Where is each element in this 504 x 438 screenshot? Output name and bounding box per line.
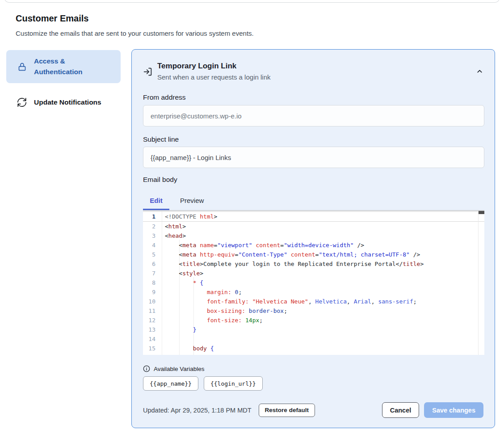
code-text: background-color: #f9fafb;	[155, 353, 298, 355]
code-line[interactable]: 8 * {	[143, 278, 484, 287]
variable-chip-app-name[interactable]: {{app_name}}	[143, 376, 198, 391]
code-text: <style>	[155, 269, 203, 278]
updated-timestamp: Updated: Apr 29, 2025, 1:18 PM MDT	[143, 407, 252, 414]
code-lines: 1<!DOCTYPE html>2<html>3<head>4 <meta na…	[143, 211, 484, 355]
tab-preview[interactable]: Preview	[169, 194, 214, 210]
variable-chip-login-url[interactable]: {{login_url}}	[204, 376, 263, 391]
previous-card-bottom-edge	[4, 0, 500, 3]
code-text: <meta name="viewport" content="width=dev…	[155, 240, 364, 250]
email-body-label: Email body	[143, 176, 177, 184]
restore-default-button[interactable]: Restore default	[259, 404, 315, 417]
code-text: margin: 0;	[155, 287, 242, 297]
code-text: <html>	[155, 222, 186, 231]
line-number: 8	[143, 278, 155, 287]
sidebar-item-label: Update Notifications	[34, 97, 101, 108]
email-body-tabs: Edit Preview	[143, 194, 214, 210]
code-editor[interactable]: 1<!DOCTYPE html>2<html>3<head>4 <meta na…	[143, 210, 484, 355]
code-text: font-size: 14px;	[155, 316, 263, 325]
tab-edit-label: Edit	[150, 197, 162, 204]
code-text: box-sizing: border-box;	[155, 306, 287, 316]
code-line[interactable]: 5 <meta http-equiv="Content-Type" conten…	[143, 250, 484, 259]
tab-edit[interactable]: Edit	[143, 194, 169, 210]
code-text: <meta http-equiv="Content-Type" content=…	[155, 250, 420, 259]
code-line[interactable]: 1<!DOCTYPE html>	[143, 211, 484, 222]
line-number: 1	[143, 212, 155, 221]
code-text: font-family: "Helvetica Neue", Helvetica…	[155, 297, 417, 306]
code-text: <head>	[155, 231, 186, 240]
chevron-up-icon	[476, 67, 483, 77]
line-number: 12	[143, 316, 155, 325]
from-address-input[interactable]	[143, 105, 484, 126]
code-line[interactable]: 12 font-size: 14px;	[143, 316, 484, 325]
code-line[interactable]: 15 body {	[143, 344, 484, 353]
code-line[interactable]: 6 <title>Complete your login to the Repl…	[143, 259, 484, 269]
sidebar-item-access-authentication[interactable]: Access & Authentication	[6, 50, 121, 83]
login-icon	[143, 67, 152, 76]
available-variables-label: Available Variables	[154, 366, 205, 372]
email-settings-card: Temporary Login Link Sent when a user re…	[131, 49, 495, 428]
line-number: 16	[143, 353, 155, 355]
from-address-label: From address	[143, 93, 186, 101]
line-number: 6	[143, 259, 155, 269]
line-number: 10	[143, 297, 155, 306]
page-subtitle: Customize the emails that are sent to yo…	[16, 29, 254, 37]
collapse-panel-button[interactable]	[474, 67, 485, 77]
scrollbar-thumb[interactable]	[479, 211, 484, 214]
code-line[interactable]: 4 <meta name="viewport" content="width=d…	[143, 240, 484, 250]
line-number: 5	[143, 250, 155, 259]
line-number: 13	[143, 325, 155, 334]
lock-icon	[17, 62, 27, 72]
code-line[interactable]: 3<head>	[143, 231, 484, 240]
line-number: 9	[143, 287, 155, 297]
sidebar-item-update-notifications[interactable]: Update Notifications	[6, 92, 121, 113]
code-text: }	[155, 325, 196, 334]
panel-title: Temporary Login Link	[157, 62, 236, 71]
code-line[interactable]: 13 }	[143, 325, 484, 334]
code-line[interactable]: 14	[143, 334, 484, 344]
code-line[interactable]: 16 background-color: #f9fafb;	[143, 353, 484, 355]
save-changes-button[interactable]: Save changes	[424, 402, 483, 418]
panel-subtitle: Sent when a user requests a login link	[157, 73, 270, 81]
code-text: <!DOCTYPE html>	[155, 212, 217, 221]
subject-line-label: Subject line	[143, 135, 179, 143]
line-number: 3	[143, 231, 155, 240]
tab-preview-label: Preview	[180, 197, 204, 204]
sidebar-item-label: Access & Authentication	[34, 56, 92, 77]
line-number: 2	[143, 222, 155, 231]
code-line[interactable]: 9 margin: 0;	[143, 287, 484, 297]
cancel-button[interactable]: Cancel	[382, 402, 420, 418]
scrollbar-track	[478, 211, 479, 355]
code-text: * {	[155, 278, 203, 287]
page-title: Customer Emails	[16, 13, 88, 24]
code-text: body {	[155, 344, 214, 353]
line-number: 15	[143, 344, 155, 353]
line-number: 14	[143, 334, 155, 344]
code-text	[155, 334, 165, 344]
code-line[interactable]: 10 font-family: "Helvetica Neue", Helvet…	[143, 297, 484, 306]
code-line[interactable]: 11 box-sizing: border-box;	[143, 306, 484, 316]
code-line[interactable]: 7 <style>	[143, 269, 484, 278]
info-icon	[143, 365, 150, 372]
line-number: 11	[143, 306, 155, 316]
line-number: 7	[143, 269, 155, 278]
available-variables-row: Available Variables	[143, 365, 205, 372]
variable-chips: {{app_name}} {{login_url}}	[143, 376, 263, 391]
code-text: <title>Complete your login to the Replic…	[155, 259, 424, 269]
line-number: 4	[143, 240, 155, 250]
code-line[interactable]: 2<html>	[143, 222, 484, 231]
subject-line-input[interactable]	[143, 147, 484, 168]
refresh-icon	[17, 97, 27, 107]
panel-footer: Updated: Apr 29, 2025, 1:18 PM MDT Resto…	[143, 402, 483, 418]
